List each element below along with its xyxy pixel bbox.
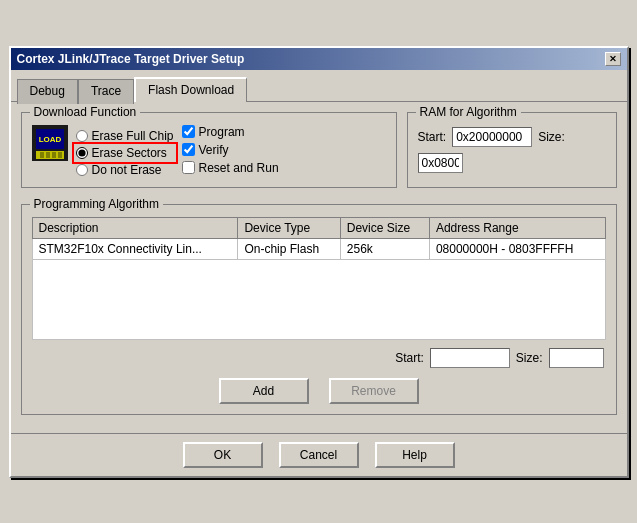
programming-algorithm-group: Programming Algorithm Description Device… [21,204,617,415]
tab-flash-download[interactable]: Flash Download [134,77,247,102]
svg-rect-7 [58,152,62,158]
tab-trace[interactable]: Trace [78,79,134,104]
table-row[interactable]: STM32F10x Connectivity Lin... On-chip Fl… [32,238,605,259]
window-title: Cortex JLink/JTrace Target Driver Setup [17,52,245,66]
start-label: Start: [418,130,447,144]
programming-table: Description Device Type Device Size Addr… [32,217,606,340]
col-device-size: Device Size [340,217,429,238]
empty-row [32,259,605,339]
tabs-bar: Debug Trace Flash Download [11,70,627,101]
svg-rect-4 [40,152,44,158]
title-bar: Cortex JLink/JTrace Target Driver Setup … [11,48,627,70]
remove-button[interactable]: Remove [329,378,419,404]
svg-rect-5 [46,152,50,158]
reset-run-row: Reset and Run [182,161,279,175]
add-remove-row: Add Remove [32,378,606,404]
program-label: Program [199,125,245,139]
window-content: Download Function LOAD [11,101,627,433]
erase-sectors-label: Erase Sectors [92,146,167,160]
cell-device-type: On-chip Flash [238,238,340,259]
reset-run-label: Reset and Run [199,161,279,175]
col-description: Description [32,217,238,238]
erase-full-chip-row: Erase Full Chip [76,129,174,143]
radio-group: Erase Full Chip Erase Sectors Do not Era… [76,129,174,177]
do-not-erase-radio[interactable] [76,164,88,176]
title-bar-buttons: ✕ [605,52,621,66]
add-button[interactable]: Add [219,378,309,404]
erase-full-chip-label: Erase Full Chip [92,129,174,143]
download-function-legend: Download Function [30,105,141,119]
cancel-button[interactable]: Cancel [279,442,359,468]
reset-run-checkbox[interactable] [182,161,195,174]
prog-algo-legend: Programming Algorithm [30,197,163,211]
tab-debug[interactable]: Debug [17,79,78,104]
erase-sectors-row: Erase Sectors [76,146,174,160]
col-device-type: Device Type [238,217,340,238]
ram-size-input[interactable] [418,153,463,173]
verify-checkbox[interactable] [182,143,195,156]
do-not-erase-row: Do not Erase [76,163,174,177]
load-icon: LOAD [32,125,68,161]
checkbox-group: Program Verify Reset and Run [182,125,279,175]
main-window: Cortex JLink/JTrace Target Driver Setup … [9,46,629,478]
download-func-inner: LOAD Erase Full Chip [32,125,386,177]
col-address-range: Address Range [429,217,605,238]
erase-full-chip-radio[interactable] [76,130,88,142]
download-function-group: Download Function LOAD [21,112,397,188]
prog-table-container: Description Device Type Device Size Addr… [32,217,606,340]
ram-legend: RAM for Algorithm [416,105,521,119]
cell-device-size: 256k [340,238,429,259]
bottom-bar: OK Cancel Help [11,433,627,476]
svg-text:LOAD: LOAD [38,135,61,144]
start-size-row: Start: Size: [32,348,606,368]
program-checkbox[interactable] [182,125,195,138]
close-button[interactable]: ✕ [605,52,621,66]
top-section: Download Function LOAD [21,112,617,196]
svg-rect-6 [52,152,56,158]
ram-for-algorithm-group: RAM for Algorithm Start: Size: [407,112,617,188]
cell-description: STM32F10x Connectivity Lin... [32,238,238,259]
verify-row: Verify [182,143,279,157]
prog-start-input[interactable] [430,348,510,368]
verify-label: Verify [199,143,229,157]
help-button[interactable]: Help [375,442,455,468]
program-row: Program [182,125,279,139]
size-label-prog: Size: [516,351,543,365]
ram-fields: Start: Size: [418,127,606,173]
erase-sectors-radio[interactable] [76,147,88,159]
start-label-prog: Start: [395,351,424,365]
prog-size-input[interactable] [549,348,604,368]
do-not-erase-label: Do not Erase [92,163,162,177]
ok-button[interactable]: OK [183,442,263,468]
ram-start-input[interactable] [452,127,532,147]
size-label: Size: [538,130,565,144]
load-svg: LOAD [32,125,68,161]
cell-address-range: 08000000H - 0803FFFFH [429,238,605,259]
